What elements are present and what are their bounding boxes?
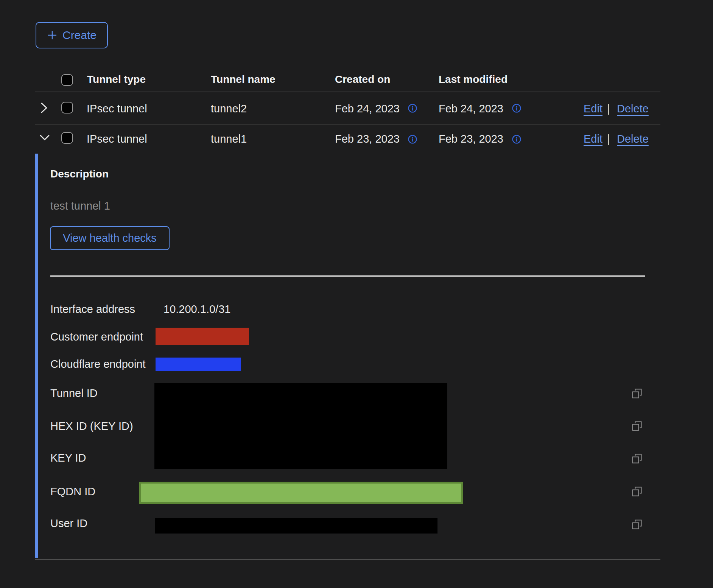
svg-text:i: i [516, 105, 518, 112]
svg-text:i: i [516, 136, 518, 143]
svg-text:i: i [412, 105, 414, 112]
svg-text:i: i [412, 136, 414, 143]
